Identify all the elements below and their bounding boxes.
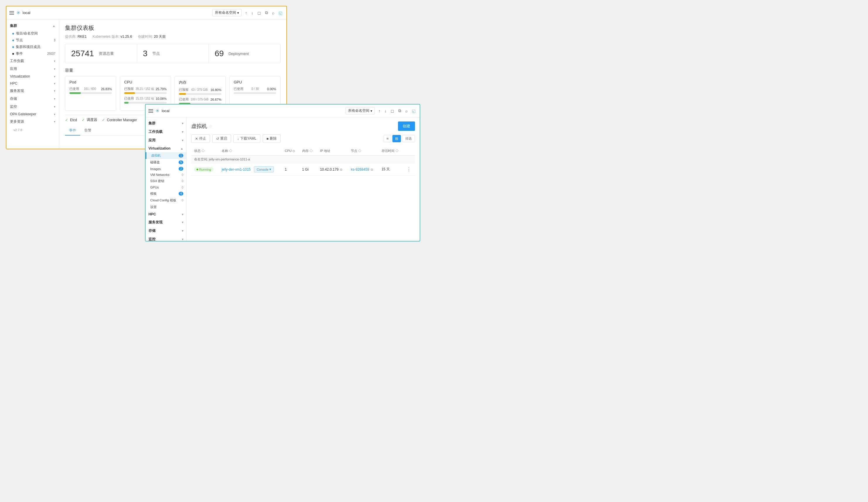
sidebar-hpc-cat[interactable]: HPC ▾	[7, 80, 59, 87]
vm-hpc-label: HPC	[148, 212, 156, 216]
vm-service-section[interactable]: 服务发现 ▾	[146, 218, 186, 227]
vm-app-section[interactable]: 应用 ▾	[146, 136, 186, 145]
sidebar-monitor-cat[interactable]: 监控 ▾	[7, 103, 59, 111]
sidebar-vm-vms[interactable]: 虚拟机 1	[146, 152, 186, 159]
copy-icon[interactable]: ⧉	[264, 10, 269, 16]
vm-virt-section[interactable]: Virtualization ▲	[146, 145, 186, 152]
col-cpu[interactable]: CPU ◇	[282, 146, 299, 156]
vm-workload-section[interactable]: 工作负载 ▾	[146, 128, 186, 136]
row-more-button[interactable]: ⋮	[406, 167, 411, 172]
dot-icon	[12, 40, 14, 41]
restart-button[interactable]: ↺ 重启	[212, 134, 231, 143]
upload-icon[interactable]: ↑	[244, 10, 248, 16]
cpu-reserved-detail: 39.21 / 152 核	[136, 87, 154, 91]
sidebar-virt-cat[interactable]: Virtualization ▾	[7, 73, 59, 80]
corner-icon-2[interactable]: ◱	[411, 108, 417, 114]
etcd-label: Etcd	[70, 118, 77, 122]
copy-node-icon[interactable]: ⧉	[371, 168, 373, 171]
app-chevron: ▾	[54, 67, 55, 71]
copy-ip-icon[interactable]: ⧉	[340, 168, 342, 171]
copy-icon-2[interactable]: ⧉	[397, 108, 402, 114]
tab-alerts[interactable]: 告警	[80, 126, 95, 136]
vm-storage-section[interactable]: 存储 ▾	[146, 227, 186, 235]
list-view-button[interactable]: ≡	[384, 135, 391, 142]
version-1: v2.7.8	[10, 127, 26, 133]
status-etcd: ✓ Etcd	[65, 117, 77, 122]
vm-more-cell: ⋮	[404, 163, 415, 176]
namespace-selector-2[interactable]: 所有命名空间 ▾	[345, 107, 375, 114]
sidebar-more-cat[interactable]: 更多资源 ▾	[7, 118, 59, 126]
dot-icon	[12, 53, 14, 55]
col-name[interactable]: 名称 ◇	[219, 146, 282, 156]
namespace-label-1: 所有命名空间	[215, 10, 236, 15]
vm-node-link[interactable]: ks-9268459	[351, 167, 369, 171]
sidebar-item-nodes[interactable]: 节点 3	[7, 37, 59, 44]
sidebar-item-events[interactable]: 事件 25037	[7, 50, 59, 57]
sidebar-opa-cat[interactable]: OPA Gatekeeper ▾	[7, 111, 59, 118]
vm-templates-label: 模板	[150, 191, 157, 196]
check-icon-controller: ✓	[102, 118, 105, 122]
hamburger-menu-icon-2[interactable]	[148, 109, 153, 113]
corner-icon[interactable]: ◱	[277, 10, 283, 16]
star-icon[interactable]: ☆	[209, 124, 213, 128]
console-button[interactable]: Console ▾	[254, 166, 273, 172]
mem-used-pct: 26.67%	[210, 98, 221, 101]
page-title-1: 集群仪表板	[65, 24, 280, 32]
search-icon-2[interactable]: ⌕	[404, 108, 409, 114]
gpu-title: GPU	[234, 80, 276, 84]
sidebar-vm-images[interactable]: Images 2	[146, 166, 186, 172]
download-yaml-button[interactable]: ↓ 下载YAML	[234, 134, 260, 143]
vm-monitor-section[interactable]: 监控 ▾	[146, 235, 186, 241]
file-icon-2[interactable]: ◻	[390, 108, 395, 114]
titlebar-2: ✳ local 所有命名空间 ▾ ↑ ↓ ◻ ⧉ ⌕ ◱	[146, 105, 420, 117]
sidebar-vm-templates[interactable]: 模板 4	[146, 190, 186, 197]
vm-cluster-section[interactable]: 集群 ▾	[146, 119, 186, 128]
sidebar-item-namespaces[interactable]: 项目/命名空间	[7, 30, 59, 37]
hamburger-menu-icon[interactable]	[9, 11, 14, 15]
stat-deployment-label: Deployment	[228, 52, 249, 56]
col-memory[interactable]: 内存 ◇	[299, 146, 317, 156]
virt-label: Virtualization	[10, 74, 30, 79]
create-vm-button[interactable]: 创建	[398, 122, 415, 131]
mem-reserved-pct: 16.80%	[210, 88, 221, 92]
vm-images-label: Images	[150, 167, 161, 171]
upload-icon-2[interactable]: ↑	[377, 108, 382, 114]
col-uptime[interactable]: 存活时间 ◇	[379, 146, 404, 156]
cpu-used-fill	[124, 102, 128, 104]
sidebar-vm-ssh[interactable]: SSH 密钥 0	[146, 178, 186, 185]
sidebar-app-cat[interactable]: 应用 ▾	[7, 65, 59, 73]
sidebar-item-members[interactable]: 集群和项目成员	[7, 44, 59, 50]
sidebar-vm-settings[interactable]: 设置	[146, 204, 186, 210]
sidebar-vm-disks[interactable]: 磁碟盘 5	[146, 159, 186, 166]
stat-resources: 25741 资源总量	[65, 44, 137, 63]
cpu-used-label: 已使用	[124, 96, 134, 101]
cpu-reserved-progress	[124, 92, 167, 94]
vm-node-cell: ks-9268459 ⧉	[348, 163, 379, 176]
delete-button[interactable]: ■ 删除	[263, 134, 280, 143]
vm-name-link[interactable]: jelly-der-vm1-1015	[222, 167, 251, 171]
titlebar-actions-2: ↑ ↓ ◻ ⧉ ⌕ ◱	[377, 108, 417, 114]
sort-button[interactable]: 排选	[402, 135, 415, 142]
gpu-progress	[234, 92, 276, 94]
sidebar-vm-cloud-config[interactable]: Cloud Config 模板 0	[146, 197, 186, 204]
chevron-down-icon-2: ▾	[371, 109, 372, 113]
sidebar-workload-cat[interactable]: 工作负载 ▾	[7, 57, 59, 65]
namespace-selector-1[interactable]: 所有命名空间 ▾	[212, 9, 241, 17]
sidebar-storage-cat[interactable]: 存储 ▾	[7, 95, 59, 103]
sidebar-vm-networks[interactable]: VM Networks 0	[146, 172, 186, 178]
grid-view-button[interactable]: ⊞	[392, 135, 401, 142]
file-icon[interactable]: ◻	[256, 10, 262, 16]
vm-hpc-section[interactable]: HPC ▾	[146, 210, 186, 218]
sidebar-cluster-section[interactable]: 集群 ▲	[7, 22, 59, 30]
search-icon[interactable]: ⌕	[271, 10, 276, 16]
download-icon-2[interactable]: ↓	[383, 108, 388, 114]
k8s-value: v1.25.6	[120, 34, 132, 39]
col-node[interactable]: 节点 ◇	[348, 146, 379, 156]
sidebar-vm-gpus[interactable]: GPUs 0	[146, 185, 186, 190]
col-status[interactable]: 状态 ◇	[191, 146, 219, 156]
sidebar-service-cat[interactable]: 服务发现 ▾	[7, 87, 59, 95]
download-icon[interactable]: ↓	[250, 10, 255, 16]
console-chevron: ▾	[269, 167, 271, 171]
stop-button[interactable]: ✕ 停止	[191, 134, 210, 143]
tab-events[interactable]: 事件	[65, 126, 80, 136]
